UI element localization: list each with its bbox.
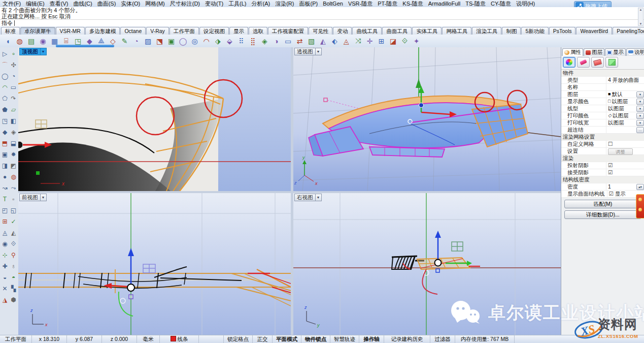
toolbar-icon[interactable]: ◬ (341, 36, 352, 46)
material-icon[interactable] (577, 57, 590, 68)
status-cell[interactable]: z 0.000 (102, 335, 137, 343)
left-toolbar-icon[interactable]: ◆ (1, 127, 9, 138)
toolbar-tab[interactable]: 曲线工具 (352, 27, 382, 35)
chevron-down-icon[interactable]: ▼ (41, 48, 47, 55)
menu-item[interactable]: ArmadilloFull (426, 0, 463, 7)
left-toolbar-icon[interactable]: ◉ (1, 238, 9, 250)
left-toolbar-icon[interactable]: ◳ (1, 115, 9, 127)
left-toolbar-icon[interactable]: ⬟ (1, 104, 9, 115)
left-toolbar-icon[interactable]: ⬠ (1, 93, 9, 104)
toolbar-tab[interactable]: 卓尔谟犀牛 (20, 27, 55, 35)
left-toolbar-icon[interactable]: ◯ (1, 71, 9, 82)
toolbar-tab[interactable]: PsTools (549, 27, 576, 35)
left-toolbar-icon[interactable]: ⬒ (1, 138, 9, 149)
panel-tab-help[interactable]: 说明 (626, 48, 644, 56)
toolbar-icon[interactable]: ✎ (119, 36, 130, 46)
display-color-icon[interactable] (563, 57, 575, 68)
left-toolbar-icon[interactable]: ✚ (1, 261, 9, 272)
viewport-right[interactable]: 右视图 ▼ (293, 193, 561, 335)
viewport-perspective[interactable]: 透视图 ▼ (293, 47, 561, 191)
toolbar-icon[interactable]: ⟐ (399, 36, 411, 46)
toolbar-icon[interactable]: ▣ (165, 36, 177, 46)
toolbar-tab[interactable]: 标准 (1, 27, 20, 35)
left-toolbar-icon[interactable]: ♁ (9, 261, 18, 272)
left-toolbar-icon[interactable]: ▱ (9, 104, 18, 115)
toolbar-icon[interactable]: ✛ (364, 36, 376, 46)
dropdown-button[interactable]: … (636, 127, 644, 133)
status-cell[interactable]: 工作平面 (0, 335, 32, 343)
status-cell[interactable]: 毫米 (137, 335, 160, 343)
command-scrollbar[interactable]: ▲▼ (638, 8, 643, 26)
texture-icon[interactable] (591, 57, 604, 68)
menu-item[interactable]: 网格(M) (143, 0, 167, 7)
status-cell[interactable]: x 18.310 (32, 335, 67, 343)
menu-item[interactable]: 曲线(C) (71, 0, 94, 7)
left-toolbar-icon[interactable]: ⬢ (9, 294, 18, 305)
left-toolbar-icon[interactable]: ◈ (9, 127, 18, 138)
toolbar-icon[interactable]: ◭ (317, 36, 329, 46)
panel-tab-display[interactable]: 显示 (605, 48, 626, 56)
status-cell[interactable] (199, 335, 224, 343)
menu-item[interactable]: 实体(O) (118, 0, 143, 7)
left-toolbar-icon[interactable]: ▷ (1, 48, 9, 59)
toolbar-icon[interactable]: ⇄ (294, 36, 306, 46)
toolbar-icon[interactable]: ◈ (259, 36, 270, 46)
left-toolbar-icon[interactable]: ✕ (1, 283, 9, 294)
status-cell[interactable]: 物件锁点 (301, 335, 330, 343)
toolbar-icon[interactable]: ⬗ (212, 36, 224, 46)
status-cell[interactable]: y 6.087 (67, 335, 102, 343)
toolbar-icon[interactable]: ◉ (37, 36, 49, 46)
toolbar-icon[interactable]: ⠿ (235, 36, 247, 46)
left-toolbar-icon[interactable]: ↷ (9, 93, 18, 104)
left-toolbar-icon[interactable]: T (1, 194, 9, 205)
toolbar-tab[interactable]: WeaverBird (576, 27, 612, 35)
status-cell[interactable]: 平面模式 (273, 335, 301, 343)
viewport-top[interactable]: 顶视图 ▼ (18, 47, 291, 191)
status-cell[interactable]: 内存使用量: 767 MB (455, 335, 515, 343)
menu-item[interactable]: VSR-随意 (346, 0, 375, 7)
viewport-perspective-canvas[interactable]: y z x (293, 47, 561, 191)
status-cell[interactable]: 操作轴 (359, 335, 384, 343)
dropdown-button[interactable]: ▾ (636, 99, 644, 105)
menu-item[interactable]: 曲面(S) (95, 0, 119, 7)
left-toolbar-icon[interactable]: ◬ (1, 227, 9, 238)
toolbar-icon[interactable]: ▧ (306, 36, 317, 46)
toolbar-icon[interactable]: ▨ (142, 36, 154, 46)
toolbar-tab[interactable]: VSR-MR (56, 27, 85, 35)
left-toolbar-icon[interactable]: ◭ (9, 227, 18, 238)
menu-item[interactable]: 编辑(E) (23, 0, 47, 7)
left-toolbar-icon[interactable]: ∘ (9, 48, 18, 59)
toolbar-tab[interactable]: 曲面工具 (382, 27, 412, 35)
chevron-down-icon[interactable]: ▼ (41, 194, 47, 201)
toolbar-icon[interactable]: ◖ (2, 36, 14, 46)
status-cell[interactable]: 锁定格点 (224, 335, 253, 343)
status-cell[interactable]: 线条 (160, 335, 199, 343)
toolbar-icon[interactable]: ⊞ (376, 36, 387, 46)
toolbar-tab[interactable]: 变动 (333, 27, 352, 35)
toolbar-icon[interactable]: ◔ (130, 36, 142, 46)
left-toolbar-icon[interactable]: ↝ (1, 182, 9, 194)
toolbar-icon[interactable]: ◪ (387, 36, 399, 46)
chevron-down-icon[interactable]: ▼ (316, 194, 322, 201)
viewport-perspective-title[interactable]: 透视图 ▼ (294, 48, 322, 55)
status-cell[interactable]: 智慧轨迹 (330, 335, 359, 343)
menu-item[interactable]: 分析(A) (249, 0, 273, 7)
panel-tab-layers[interactable]: 图层 (584, 48, 604, 56)
command-area[interactable]: 有 2 个曲面被分割为 4 个部分。 正在建立网格... 按 Esc 取消 指令… (0, 7, 644, 27)
toolbar-tab[interactable]: 选取 (249, 27, 267, 35)
toolbar-icon[interactable]: ◍ (14, 36, 25, 46)
viewport-right-title[interactable]: 右视图 ▼ (294, 194, 322, 201)
toolbar-tab[interactable]: 工作视窗配置 (268, 27, 308, 35)
menu-item[interactable]: PT-随意 (375, 0, 400, 7)
status-cell[interactable]: 过滤器 (430, 335, 455, 343)
left-toolbar-icon[interactable]: ⊞ (1, 216, 9, 227)
toolbar-tab[interactable]: 工作平面 (170, 27, 199, 35)
left-toolbar-icon[interactable]: ● (1, 171, 9, 182)
details-button[interactable]: 详细数据(D)... (564, 210, 641, 219)
viewport-front-canvas[interactable]: z x (18, 193, 291, 335)
toolbar-icon[interactable]: ⣿ (247, 36, 259, 46)
match-button[interactable]: 匹配(M) (564, 200, 641, 208)
left-toolbar-icon[interactable]: ◔ (9, 71, 18, 82)
menu-item[interactable]: KS-随意 (400, 0, 425, 7)
toolbar-icon[interactable]: ◎ (189, 36, 200, 46)
